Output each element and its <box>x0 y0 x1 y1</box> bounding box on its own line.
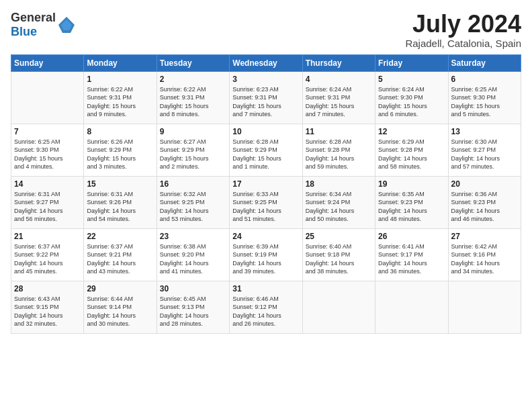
day-number: 25 <box>306 232 372 241</box>
calendar-cell: 31Sunrise: 6:46 AM Sunset: 9:12 PM Dayli… <box>230 281 302 333</box>
weekday-row: SundayMondayTuesdayWednesdayThursdayFrid… <box>11 54 521 71</box>
calendar-cell: 25Sunrise: 6:40 AM Sunset: 9:18 PM Dayli… <box>302 228 375 281</box>
location: Rajadell, Catalonia, Spain <box>405 38 521 49</box>
day-number: 29 <box>87 284 153 293</box>
calendar-cell: 10Sunrise: 6:28 AM Sunset: 9:29 PM Dayli… <box>230 124 302 176</box>
calendar-week-row: 21Sunrise: 6:37 AM Sunset: 9:22 PM Dayli… <box>11 228 521 281</box>
calendar-cell: 29Sunrise: 6:44 AM Sunset: 9:14 PM Dayli… <box>84 281 157 333</box>
calendar-week-row: 14Sunrise: 6:31 AM Sunset: 9:27 PM Dayli… <box>11 176 521 228</box>
weekday-header-monday: Monday <box>84 54 157 71</box>
day-number: 26 <box>378 232 445 241</box>
calendar-cell: 24Sunrise: 6:39 AM Sunset: 9:19 PM Dayli… <box>230 228 302 281</box>
day-number: 1 <box>87 75 153 84</box>
calendar-cell: 30Sunrise: 6:45 AM Sunset: 9:13 PM Dayli… <box>157 281 229 333</box>
calendar-cell: 6Sunrise: 6:25 AM Sunset: 9:30 PM Daylig… <box>448 71 521 124</box>
day-info: Sunrise: 6:45 AM Sunset: 9:13 PM Dayligh… <box>160 295 226 328</box>
calendar-header: SundayMondayTuesdayWednesdayThursdayFrid… <box>11 54 521 71</box>
day-number: 15 <box>87 179 153 189</box>
calendar-cell: 23Sunrise: 6:38 AM Sunset: 9:20 PM Dayli… <box>157 228 229 281</box>
day-number: 3 <box>232 75 299 84</box>
day-info: Sunrise: 6:25 AM Sunset: 9:30 PM Dayligh… <box>451 85 518 119</box>
calendar-cell: 7Sunrise: 6:25 AM Sunset: 9:30 PM Daylig… <box>11 124 84 176</box>
calendar-cell: 9Sunrise: 6:27 AM Sunset: 9:29 PM Daylig… <box>157 124 229 176</box>
weekday-header-saturday: Saturday <box>448 54 521 71</box>
day-number: 8 <box>87 127 153 136</box>
header: General Blue July 2024 Rajadell, Catalon… <box>11 11 521 49</box>
calendar-cell <box>11 71 84 124</box>
day-info: Sunrise: 6:29 AM Sunset: 9:28 PM Dayligh… <box>378 138 445 171</box>
day-number: 13 <box>451 127 518 136</box>
weekday-header-wednesday: Wednesday <box>230 54 302 71</box>
day-number: 21 <box>14 232 81 241</box>
title-block: July 2024 Rajadell, Catalonia, Spain <box>405 11 521 49</box>
month-year: July 2024 <box>405 11 521 38</box>
day-number: 27 <box>451 232 518 241</box>
day-number: 4 <box>306 75 372 84</box>
day-info: Sunrise: 6:37 AM Sunset: 9:21 PM Dayligh… <box>87 242 153 276</box>
day-number: 5 <box>378 75 445 84</box>
calendar-cell: 4Sunrise: 6:24 AM Sunset: 9:31 PM Daylig… <box>302 71 375 124</box>
day-number: 20 <box>451 179 518 189</box>
day-info: Sunrise: 6:30 AM Sunset: 9:27 PM Dayligh… <box>451 138 518 171</box>
day-info: Sunrise: 6:22 AM Sunset: 9:31 PM Dayligh… <box>160 85 226 119</box>
weekday-header-tuesday: Tuesday <box>157 54 229 71</box>
day-info: Sunrise: 6:26 AM Sunset: 9:29 PM Dayligh… <box>87 138 153 171</box>
day-number: 28 <box>14 284 81 293</box>
calendar-cell: 3Sunrise: 6:23 AM Sunset: 9:31 PM Daylig… <box>230 71 302 124</box>
day-info: Sunrise: 6:31 AM Sunset: 9:26 PM Dayligh… <box>87 190 153 224</box>
day-info: Sunrise: 6:33 AM Sunset: 9:25 PM Dayligh… <box>232 190 299 224</box>
day-number: 14 <box>14 179 81 189</box>
logo-blue: Blue <box>11 25 37 38</box>
calendar-week-row: 28Sunrise: 6:43 AM Sunset: 9:15 PM Dayli… <box>11 281 521 333</box>
calendar-cell <box>302 281 375 333</box>
day-info: Sunrise: 6:36 AM Sunset: 9:23 PM Dayligh… <box>451 190 518 224</box>
calendar-cell: 15Sunrise: 6:31 AM Sunset: 9:26 PM Dayli… <box>84 176 157 228</box>
day-info: Sunrise: 6:23 AM Sunset: 9:31 PM Dayligh… <box>232 85 299 119</box>
day-number: 16 <box>160 179 226 189</box>
day-info: Sunrise: 6:27 AM Sunset: 9:29 PM Dayligh… <box>160 138 226 171</box>
day-number: 9 <box>160 127 226 136</box>
day-info: Sunrise: 6:41 AM Sunset: 9:17 PM Dayligh… <box>378 242 445 276</box>
calendar-cell: 5Sunrise: 6:24 AM Sunset: 9:30 PM Daylig… <box>375 71 448 124</box>
logo-icon <box>57 15 76 34</box>
day-info: Sunrise: 6:22 AM Sunset: 9:31 PM Dayligh… <box>87 85 153 119</box>
day-number: 2 <box>160 75 226 84</box>
day-number: 22 <box>87 232 153 241</box>
day-number: 11 <box>306 127 372 136</box>
calendar-cell: 17Sunrise: 6:33 AM Sunset: 9:25 PM Dayli… <box>230 176 302 228</box>
day-info: Sunrise: 6:42 AM Sunset: 9:16 PM Dayligh… <box>451 242 518 276</box>
day-info: Sunrise: 6:31 AM Sunset: 9:27 PM Dayligh… <box>14 190 81 224</box>
day-number: 18 <box>306 179 372 189</box>
day-info: Sunrise: 6:28 AM Sunset: 9:29 PM Dayligh… <box>232 138 299 171</box>
weekday-header-thursday: Thursday <box>302 54 375 71</box>
calendar-container: General Blue July 2024 Rajadell, Catalon… <box>0 0 532 411</box>
day-info: Sunrise: 6:24 AM Sunset: 9:31 PM Dayligh… <box>306 85 372 119</box>
calendar-cell <box>375 281 448 333</box>
day-info: Sunrise: 6:35 AM Sunset: 9:23 PM Dayligh… <box>378 190 445 224</box>
day-number: 10 <box>232 127 299 136</box>
day-info: Sunrise: 6:34 AM Sunset: 9:24 PM Dayligh… <box>306 190 372 224</box>
calendar-week-row: 7Sunrise: 6:25 AM Sunset: 9:30 PM Daylig… <box>11 124 521 176</box>
calendar-cell: 8Sunrise: 6:26 AM Sunset: 9:29 PM Daylig… <box>84 124 157 176</box>
day-info: Sunrise: 6:32 AM Sunset: 9:25 PM Dayligh… <box>160 190 226 224</box>
calendar-body: 1Sunrise: 6:22 AM Sunset: 9:31 PM Daylig… <box>11 71 521 333</box>
logo-general: General <box>11 11 56 24</box>
day-info: Sunrise: 6:39 AM Sunset: 9:19 PM Dayligh… <box>232 242 299 276</box>
day-number: 19 <box>378 179 445 189</box>
calendar-cell: 16Sunrise: 6:32 AM Sunset: 9:25 PM Dayli… <box>157 176 229 228</box>
weekday-header-friday: Friday <box>375 54 448 71</box>
day-info: Sunrise: 6:28 AM Sunset: 9:28 PM Dayligh… <box>306 138 372 171</box>
day-info: Sunrise: 6:46 AM Sunset: 9:12 PM Dayligh… <box>232 295 299 328</box>
calendar-cell: 28Sunrise: 6:43 AM Sunset: 9:15 PM Dayli… <box>11 281 84 333</box>
calendar-cell: 21Sunrise: 6:37 AM Sunset: 9:22 PM Dayli… <box>11 228 84 281</box>
day-info: Sunrise: 6:25 AM Sunset: 9:30 PM Dayligh… <box>14 138 81 171</box>
day-number: 24 <box>232 232 299 241</box>
day-info: Sunrise: 6:24 AM Sunset: 9:30 PM Dayligh… <box>378 85 445 119</box>
calendar-cell: 1Sunrise: 6:22 AM Sunset: 9:31 PM Daylig… <box>84 71 157 124</box>
logo: General Blue <box>11 11 76 39</box>
day-info: Sunrise: 6:44 AM Sunset: 9:14 PM Dayligh… <box>87 295 153 328</box>
calendar-cell: 11Sunrise: 6:28 AM Sunset: 9:28 PM Dayli… <box>302 124 375 176</box>
calendar-cell: 14Sunrise: 6:31 AM Sunset: 9:27 PM Dayli… <box>11 176 84 228</box>
day-number: 7 <box>14 127 81 136</box>
calendar-table: SundayMondayTuesdayWednesdayThursdayFrid… <box>11 54 521 334</box>
